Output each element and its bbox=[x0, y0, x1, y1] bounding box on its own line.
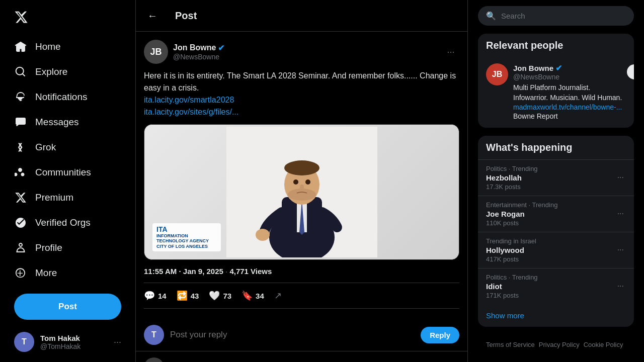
like-stat[interactable]: 🤍 73 bbox=[209, 290, 231, 301]
main-content: ← Post JB Jon Bowne ✔ @NewsBowne ··· Her… bbox=[136, 0, 468, 362]
nav-label-explore: Explore bbox=[35, 66, 67, 77]
search-input[interactable] bbox=[501, 12, 626, 20]
tweet-author-info: JB Jon Bowne ✔ @NewsBowne bbox=[144, 40, 224, 64]
svg-point-7 bbox=[288, 189, 316, 201]
trend-posts-3: 171K posts bbox=[486, 292, 626, 299]
relevant-person-avatar[interactable]: JB bbox=[486, 63, 508, 85]
reply-user-avatar: T bbox=[144, 325, 164, 345]
tweet-text: Here it is in its entirety. The Smart LA… bbox=[144, 70, 459, 118]
page-title: Post bbox=[175, 10, 197, 22]
tweet-author-handle: @NewsBowne bbox=[173, 53, 224, 61]
comment-icon: 💬 bbox=[144, 290, 155, 301]
right-sidebar: 🔍 Relevant people JB Jon Bowne ✔ @NewsBo… bbox=[468, 0, 644, 362]
terms-link[interactable]: Terms of Service bbox=[486, 341, 535, 348]
comment-stat[interactable]: 💬 14 bbox=[144, 290, 167, 301]
left-sidebar: Home Explore Notifications Messages Grok… bbox=[0, 0, 136, 362]
search-bar[interactable]: 🔍 bbox=[478, 6, 634, 26]
reply-button[interactable]: Reply bbox=[421, 327, 459, 343]
tweet-author-avatar[interactable]: JB bbox=[144, 40, 168, 64]
tweet-link-2[interactable]: ita.lacity.gov/sites/g/files/... bbox=[144, 106, 459, 118]
nav-item-grok[interactable]: Grok bbox=[6, 135, 129, 160]
trend-item-0[interactable]: Politics · Trending Hezbollah 17.3K post… bbox=[478, 159, 634, 196]
trend-name-1: Joe Rogan bbox=[486, 210, 626, 218]
svg-point-8 bbox=[293, 179, 298, 185]
cookie-link[interactable]: Cookie Policy bbox=[584, 341, 623, 348]
post-button[interactable]: Post bbox=[14, 294, 121, 320]
relevant-person-link[interactable]: madmaxworld.tv/channel/bowne-... bbox=[513, 103, 622, 111]
trend-item-3[interactable]: Politics · Trending Idiot 171K posts ··· bbox=[478, 268, 634, 304]
nav-item-explore[interactable]: Explore bbox=[6, 59, 129, 84]
nav-item-notifications[interactable]: Notifications bbox=[6, 84, 129, 110]
relevant-person-handle: @NewsBowne bbox=[513, 73, 622, 81]
user-avatar: T bbox=[14, 332, 34, 352]
reply-preview bbox=[136, 351, 467, 362]
x-logo-icon bbox=[14, 10, 28, 24]
nav-item-communities[interactable]: Communities bbox=[6, 160, 129, 185]
share-icon: ↗ bbox=[274, 290, 282, 301]
trend-name-0: Hezbollah bbox=[486, 173, 626, 182]
trend-item-1[interactable]: Entertainment · Trending Joe Rogan 110K … bbox=[478, 196, 634, 232]
trend-category-3: Politics · Trending bbox=[486, 274, 626, 281]
nav-item-premium[interactable]: Premium bbox=[6, 185, 129, 210]
communities-icon bbox=[14, 166, 27, 179]
tweet-media[interactable]: ITA INFORMATION TECHNOLOGY AGENCYCITY OF… bbox=[144, 124, 459, 260]
bookmark-icon: 🔖 bbox=[242, 290, 253, 301]
relevant-person-bio: Multi Platform Journalist. Infowarrior. … bbox=[513, 83, 622, 103]
verified_orgs-icon bbox=[14, 216, 27, 229]
trends-list: Politics · Trending Hezbollah 17.3K post… bbox=[478, 159, 634, 304]
relevant-person-name: Jon Bowne ✔ bbox=[513, 63, 622, 73]
bookmark-stat[interactable]: 🔖 34 bbox=[242, 290, 264, 301]
nav-item-profile[interactable]: Profile bbox=[6, 235, 129, 260]
nav-label-verified_orgs: Verified Orgs bbox=[35, 217, 91, 228]
privacy-link[interactable]: Privacy Policy bbox=[539, 341, 580, 348]
trend-name-2: Hollywood bbox=[486, 246, 626, 254]
tweet-author-name: Jon Bowne bbox=[173, 43, 216, 52]
trend-more-button-0[interactable]: ··· bbox=[615, 171, 626, 184]
trend-category-2: Trending in Israel bbox=[486, 237, 626, 245]
heart-icon: 🤍 bbox=[209, 290, 220, 301]
svg-point-11 bbox=[256, 229, 270, 241]
user-account-area[interactable]: T Tom Hakak @TomHakak ··· bbox=[6, 326, 129, 358]
tweet-name-block: Jon Bowne ✔ @NewsBowne bbox=[173, 43, 224, 61]
trend-more-button-1[interactable]: ··· bbox=[615, 207, 626, 220]
trend-more-button-3[interactable]: ··· bbox=[615, 280, 626, 293]
nav-item-messages[interactable]: Messages bbox=[6, 110, 129, 135]
nav-item-home[interactable]: Home bbox=[6, 34, 129, 59]
verified-badge-icon: ✔ bbox=[218, 43, 224, 53]
back-button[interactable]: ← bbox=[144, 7, 161, 24]
trend-item-2[interactable]: Trending in Israel Hollywood 417K posts … bbox=[478, 232, 634, 268]
retweet-stat[interactable]: 🔁 43 bbox=[177, 290, 199, 301]
whats-happening-title: What's happening bbox=[478, 136, 634, 159]
post-header: ← Post bbox=[136, 0, 467, 32]
nav-item-more[interactable]: More bbox=[6, 260, 129, 286]
retweet-icon: 🔁 bbox=[177, 290, 188, 301]
tweet-stats: 💬 14 🔁 43 🤍 73 🔖 34 ↗ bbox=[144, 290, 459, 309]
trend-category-0: Politics · Trending bbox=[486, 165, 626, 172]
trend-name-3: Idiot bbox=[486, 282, 626, 291]
tweet-display-name: Jon Bowne ✔ bbox=[173, 43, 224, 53]
svg-point-10 bbox=[300, 185, 304, 190]
tweet-link-1[interactable]: ita.lacity.gov/smartla2028 bbox=[144, 94, 459, 106]
profile-icon bbox=[14, 241, 27, 254]
x-logo[interactable] bbox=[6, 4, 129, 32]
reply-input[interactable] bbox=[170, 330, 415, 340]
ita-logo: ITA INFORMATION TECHNOLOGY AGENCYCITY OF… bbox=[152, 223, 221, 251]
show-more-button[interactable]: Show more bbox=[478, 304, 634, 327]
user-display-name: Tom Hakak bbox=[40, 334, 114, 342]
footer-links: Terms of Service Privacy Policy Cookie P… bbox=[478, 335, 634, 354]
relevant-person-extra: Bowne Report bbox=[513, 112, 622, 122]
nav-label-premium: Premium bbox=[35, 192, 73, 203]
nav-item-verified_orgs[interactable]: Verified Orgs bbox=[6, 210, 129, 235]
explore-icon bbox=[14, 65, 27, 78]
home-icon bbox=[14, 40, 27, 53]
relevant-people-title: Relevant people bbox=[478, 34, 634, 57]
account-more-icon[interactable]: ··· bbox=[114, 337, 121, 347]
follow-button[interactable]: Follow bbox=[627, 64, 634, 79]
messages-icon bbox=[14, 116, 27, 129]
share-stat[interactable]: ↗ bbox=[274, 290, 282, 301]
nav-label-more: More bbox=[35, 267, 57, 279]
nav-label-profile: Profile bbox=[35, 242, 62, 253]
tweet-more-button[interactable]: ··· bbox=[442, 43, 459, 60]
trend-more-button-2[interactable]: ··· bbox=[615, 243, 626, 256]
premium-icon bbox=[14, 191, 27, 204]
